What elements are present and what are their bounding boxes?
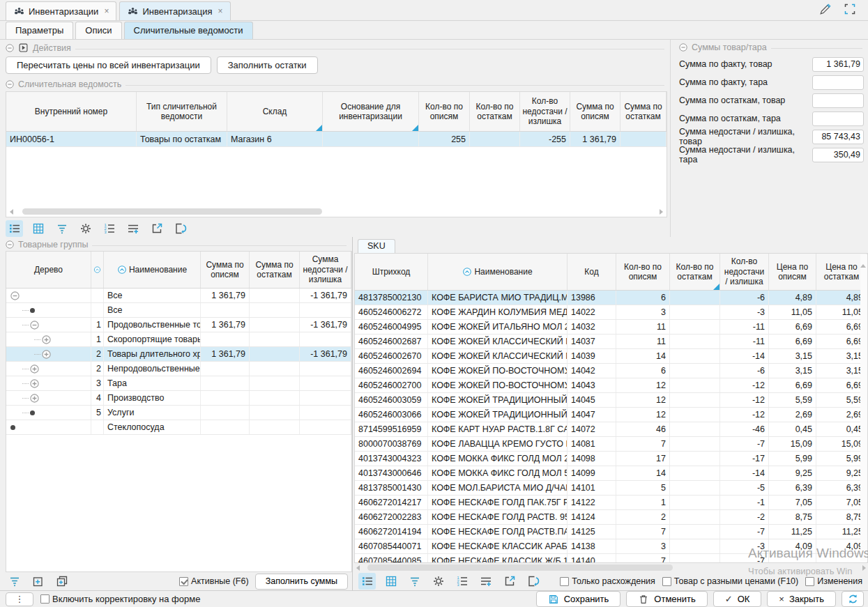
horizontal-scrollbar[interactable] <box>354 563 868 572</box>
collapse-icon[interactable] <box>6 80 14 89</box>
column-header[interactable]: Кол-во по описям <box>419 92 470 131</box>
column-header[interactable]: Кол-во недостачи / излишка <box>720 254 769 290</box>
tree-row[interactable]: Все <box>6 303 351 318</box>
vertical-scrollbar[interactable] <box>860 254 867 562</box>
expand-node-icon[interactable] <box>42 335 51 344</box>
filter-icon[interactable] <box>53 220 70 237</box>
refresh-button[interactable] <box>842 591 864 607</box>
sku-row[interactable]: 4605246002687КОФЕ ЖОКЕЙ КЛАССИЧЕСКИЙ МО.… <box>355 335 867 349</box>
collapse-node-icon[interactable] <box>10 291 20 300</box>
tree-row[interactable]: 1Продовольственные това1 361,79-1 361,79 <box>6 318 351 332</box>
column-header[interactable]: Сумма недостачи / излишка <box>300 252 351 288</box>
sku-row[interactable]: 4605246003066КОФЕ ЖОКЕЙ ТРАДИЦИОННЫЙ МС1… <box>355 408 867 422</box>
collapse-icon[interactable] <box>679 43 687 52</box>
ok-button[interactable]: ✓ ОК <box>713 591 762 607</box>
column-header[interactable]: Код <box>568 254 616 290</box>
enable-adjustment-checkbox[interactable]: Включить корректировку на форме <box>40 594 200 604</box>
tree-row[interactable]: 4Производство <box>6 391 351 406</box>
open-in-window-icon[interactable] <box>501 573 518 590</box>
column-header[interactable]: Склад <box>227 92 323 131</box>
open-in-window-icon[interactable] <box>148 220 165 237</box>
column-header[interactable]: Основание для инвентаризации <box>323 92 419 131</box>
column-header[interactable]: Кол-во недостачи / излишка <box>520 92 570 131</box>
run-actions-icon[interactable] <box>18 43 29 53</box>
scroll-thumb[interactable] <box>367 564 673 571</box>
column-header[interactable]: Дерево <box>6 252 91 288</box>
edit-pencil-icon[interactable] <box>818 2 832 16</box>
sku-row[interactable]: 4013743000646КОФЕ МОККА ФИКС ГОЛД МОЛ 50… <box>355 466 867 481</box>
cancel-button[interactable]: Отменить <box>626 591 707 607</box>
add-to-list-icon[interactable] <box>124 220 142 237</box>
column-header[interactable]: Сумма по описям <box>570 92 620 131</box>
sku-row[interactable]: 4605246002694КОФЕ ЖОКЕЙ ПО-ВОСТОЧНОМУ М1… <box>355 364 867 378</box>
field-input[interactable] <box>812 112 864 126</box>
settings-gear-icon[interactable] <box>77 220 94 237</box>
column-header[interactable]: Кол-во по описям <box>616 254 670 290</box>
tree-row[interactable]: 3Тара <box>6 376 351 391</box>
column-header[interactable]: Тип сличительной ведомости <box>137 92 227 131</box>
sku-row[interactable]: 4606272002283КОФЕ НЕСКАФЕ ГОЛД РАСТВ. 95… <box>355 510 867 525</box>
add-to-list-icon[interactable] <box>477 573 494 590</box>
tree-row[interactable]: Стеклопосуда <box>6 420 351 435</box>
checkbox-box[interactable] <box>805 577 814 586</box>
field-input[interactable] <box>812 93 864 108</box>
collapse-node-icon[interactable] <box>30 321 39 330</box>
column-header[interactable]: Сумма по остаткам <box>620 92 667 131</box>
tree-row[interactable]: 2Товары длительного хра1 361,79-1 361,79 <box>6 347 351 362</box>
checkbox-box[interactable] <box>560 577 569 586</box>
sku-row[interactable]: 4605246002670КОФЕ ЖОКЕЙ КЛАССИЧЕСКИЙ МО.… <box>355 349 867 364</box>
sku-row[interactable]: 4605246002700КОФЕ ЖОКЕЙ ПО-ВОСТОЧНОМУ М1… <box>355 378 867 393</box>
sku-row[interactable]: 4013743004323КОФЕ МОККА ФИКС ГОЛД МОЛ 25… <box>355 452 867 466</box>
scroll-right-icon[interactable] <box>862 565 866 571</box>
tab-slichitelnye-vedomosti[interactable]: Сличительные ведомости <box>124 22 253 39</box>
scroll-thumb[interactable] <box>22 208 322 215</box>
close-tab-icon[interactable]: × <box>104 6 109 16</box>
horizontal-scrollbar[interactable] <box>8 207 665 216</box>
tab-sku[interactable]: SKU <box>358 239 395 253</box>
checkbox-box[interactable] <box>40 594 50 604</box>
numbered-list-icon[interactable] <box>100 220 118 237</box>
settings-gear-icon[interactable] <box>429 573 447 590</box>
tree-row[interactable]: 5Услуги <box>6 406 351 420</box>
column-header[interactable]: Сумма по остаткам <box>250 252 300 288</box>
diff-prices-checkbox[interactable]: Товар с разными ценами (F10) <box>662 576 798 586</box>
column-header[interactable] <box>91 252 104 288</box>
filter-icon[interactable] <box>6 573 23 590</box>
reload-icon[interactable] <box>524 573 542 590</box>
sku-row[interactable]: 4813785002130КОФЕ БАРИСТА МИО ТРАДИЦ.МОЛ… <box>355 291 867 305</box>
scroll-left-icon[interactable] <box>356 565 360 571</box>
field-input[interactable]: 85 743,43 <box>812 130 864 144</box>
field-input[interactable] <box>812 75 864 90</box>
save-button[interactable]: Сохранить <box>536 591 621 607</box>
close-tab-icon[interactable]: × <box>218 6 223 16</box>
column-header[interactable]: Кол-во по остаткам <box>670 254 720 290</box>
sku-row[interactable]: 4605246006272КОФЕ ЖАРДИН КОЛУМБИЯ МЕДЕЛ.… <box>355 305 867 320</box>
sku-row[interactable]: 4606272014217КОФЕ НЕСКАФЕ ГОЛД ПАК.75Г Р… <box>355 495 867 510</box>
tree-row[interactable]: Все1 361,79-1 361,79 <box>6 289 351 303</box>
scroll-left-icon[interactable] <box>10 209 13 215</box>
sku-row[interactable]: 4813785001430КОФЕ МОЛ.БАРИСТА МИО Д/ЧАШК… <box>355 481 867 495</box>
column-header[interactable]: Наименование <box>428 254 568 290</box>
more-menu-button[interactable]: ⋮ <box>6 592 33 606</box>
expand-node-icon[interactable] <box>29 573 47 590</box>
view-grid-icon[interactable] <box>382 573 399 590</box>
diff-only-checkbox[interactable]: Только расхождения <box>560 576 655 586</box>
changes-checkbox[interactable]: Изменения <box>805 576 862 586</box>
fill-sums-button[interactable]: Заполнить суммы <box>255 574 348 590</box>
checkbox-box[interactable] <box>662 577 671 586</box>
expand-node-icon[interactable] <box>42 350 51 359</box>
field-input[interactable]: 1 361,79 <box>812 57 864 72</box>
view-list-icon[interactable] <box>6 220 23 237</box>
table-row[interactable]: ИН00056-1Товары по остаткамМагазин 6255-… <box>6 132 667 147</box>
tree-row[interactable]: 2Непродовольственные то <box>6 362 351 376</box>
collapse-icon[interactable] <box>6 240 14 249</box>
fill-remainders-button[interactable]: Заполнить остатки <box>217 56 318 74</box>
fullscreen-icon[interactable] <box>843 2 857 16</box>
view-list-icon[interactable] <box>358 573 376 590</box>
column-header[interactable]: Внутренний номер <box>6 92 137 131</box>
window-tab-inventarizacii[interactable]: Инвентаризации × <box>6 1 116 20</box>
column-header[interactable]: Сумма по описям <box>201 252 250 288</box>
filter-icon[interactable] <box>406 573 423 590</box>
sku-row[interactable]: 8714599516959КОФЕ КАРТ НУАР РАСТВ.1.8Г C… <box>355 422 867 437</box>
sku-row[interactable]: 8000070038769КОФЕ ЛАВАЦЦА КРЕМО ГУСТО МО… <box>355 437 867 452</box>
